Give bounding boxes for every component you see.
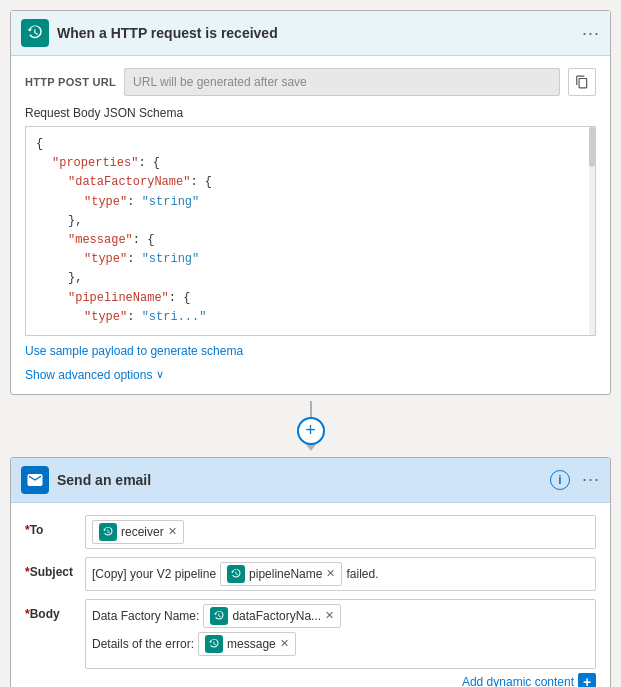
json-line-6: "type": "string" bbox=[36, 250, 585, 269]
body-line-2: Details of the error: message ✕ bbox=[92, 632, 589, 656]
copy-url-button[interactable] bbox=[568, 68, 596, 96]
body-label: *Body bbox=[25, 599, 85, 621]
body-input[interactable]: Data Factory Name: dataFactoryNa... ✕ bbox=[85, 599, 596, 669]
message-tag-label: message bbox=[227, 637, 276, 651]
factory-tag-label: dataFactoryNa... bbox=[232, 609, 321, 623]
subject-field-row: *Subject [Copy] your V2 pipeline pipelin… bbox=[25, 557, 596, 591]
subject-suffix: failed. bbox=[346, 567, 378, 581]
url-placeholder-text: URL will be generated after save bbox=[133, 75, 307, 89]
receiver-icon-svg bbox=[102, 526, 114, 538]
add-step-button[interactable]: + bbox=[297, 417, 325, 445]
json-line-1: "properties": { bbox=[36, 154, 585, 173]
page-wrapper: When a HTTP request is received ··· HTTP… bbox=[10, 10, 611, 687]
body-field-row: *Body Data Factory Name: bbox=[25, 599, 596, 687]
http-icon-svg bbox=[26, 24, 44, 42]
pipeline-tag-icon bbox=[227, 565, 245, 583]
email-card-body: *To receiver ✕ bbox=[11, 503, 610, 687]
body-line1-text: Data Factory Name: bbox=[92, 609, 199, 623]
message-icon-svg bbox=[208, 638, 220, 650]
schema-link[interactable]: Use sample payload to generate schema bbox=[25, 344, 243, 358]
http-show-advanced[interactable]: Show advanced options ∨ bbox=[25, 368, 596, 382]
email-icon-svg bbox=[26, 471, 44, 489]
http-card-body: HTTP POST URL URL will be generated afte… bbox=[11, 56, 610, 394]
json-line-3: "type": "string" bbox=[36, 193, 585, 212]
factory-icon-svg bbox=[213, 610, 225, 622]
subject-label-text: Subject bbox=[30, 565, 73, 579]
connector: + bbox=[10, 395, 611, 457]
message-tag-icon bbox=[205, 635, 223, 653]
http-url-label: HTTP POST URL bbox=[25, 76, 116, 88]
to-receiver-tag: receiver ✕ bbox=[92, 520, 184, 544]
json-line-2: "dataFactoryName": { bbox=[36, 173, 585, 192]
info-button[interactable]: i bbox=[550, 470, 570, 490]
http-trigger-icon bbox=[21, 19, 49, 47]
add-dynamic-row: Add dynamic content + bbox=[85, 673, 596, 687]
connector-line-top bbox=[310, 401, 312, 417]
email-app-icon bbox=[21, 466, 49, 494]
json-line-0: { bbox=[36, 135, 585, 154]
json-line-9: "type": "stri..." bbox=[36, 308, 585, 327]
data-factory-tag: dataFactoryNa... ✕ bbox=[203, 604, 341, 628]
factory-tag-close[interactable]: ✕ bbox=[325, 609, 334, 622]
body-line2-text: Details of the error: bbox=[92, 637, 194, 651]
body-line-1: Data Factory Name: dataFactoryNa... ✕ bbox=[92, 604, 589, 628]
to-tag-close[interactable]: ✕ bbox=[168, 525, 177, 538]
subject-label: *Subject bbox=[25, 557, 85, 579]
subject-input[interactable]: [Copy] your V2 pipeline pipelineName ✕ f… bbox=[85, 557, 596, 591]
copy-icon bbox=[575, 75, 589, 89]
to-input[interactable]: receiver ✕ bbox=[85, 515, 596, 549]
http-show-advanced-label: Show advanced options bbox=[25, 368, 152, 382]
http-card-title: When a HTTP request is received bbox=[57, 25, 574, 41]
email-card-title: Send an email bbox=[57, 472, 542, 488]
json-line-8: "pipelineName": { bbox=[36, 289, 585, 308]
subject-prefix: [Copy] your V2 pipeline bbox=[92, 567, 216, 581]
receiver-tag-icon bbox=[99, 523, 117, 541]
schema-label: Request Body JSON Schema bbox=[25, 106, 596, 120]
pipeline-tag-label: pipelineName bbox=[249, 567, 322, 581]
schema-scrollbar-thumb bbox=[589, 127, 595, 167]
message-tag-close[interactable]: ✕ bbox=[280, 637, 289, 650]
to-field-row: *To receiver ✕ bbox=[25, 515, 596, 549]
email-menu-dots[interactable]: ··· bbox=[582, 469, 600, 490]
to-label-text: To bbox=[30, 523, 44, 537]
body-label-text: Body bbox=[30, 607, 60, 621]
email-card: Send an email i ··· *To receiv bbox=[10, 457, 611, 687]
to-label: *To bbox=[25, 515, 85, 537]
pipeline-icon-svg bbox=[230, 568, 242, 580]
add-dynamic-button[interactable]: + bbox=[578, 673, 596, 687]
http-menu-dots[interactable]: ··· bbox=[582, 23, 600, 44]
http-url-row: HTTP POST URL URL will be generated afte… bbox=[25, 68, 596, 96]
pipeline-name-tag: pipelineName ✕ bbox=[220, 562, 342, 586]
pipeline-tag-close[interactable]: ✕ bbox=[326, 567, 335, 580]
add-dynamic-link[interactable]: Add dynamic content bbox=[462, 675, 574, 687]
http-request-card: When a HTTP request is received ··· HTTP… bbox=[10, 10, 611, 395]
schema-scrollbar bbox=[589, 127, 595, 335]
plus-symbol: + bbox=[305, 420, 316, 441]
to-tag-label: receiver bbox=[121, 525, 164, 539]
json-line-4: }, bbox=[36, 212, 585, 231]
json-line-5: "message": { bbox=[36, 231, 585, 250]
http-chevron-icon: ∨ bbox=[156, 368, 164, 381]
http-card-header: When a HTTP request is received ··· bbox=[11, 11, 610, 56]
message-tag: message ✕ bbox=[198, 632, 296, 656]
schema-editor[interactable]: { "properties": { "dataFactoryName": { "… bbox=[25, 126, 596, 336]
http-url-input: URL will be generated after save bbox=[124, 68, 560, 96]
factory-tag-icon bbox=[210, 607, 228, 625]
email-card-header: Send an email i ··· bbox=[11, 458, 610, 503]
body-input-wrapper: Data Factory Name: dataFactoryNa... ✕ bbox=[85, 599, 596, 687]
json-line-7: }, bbox=[36, 269, 585, 288]
